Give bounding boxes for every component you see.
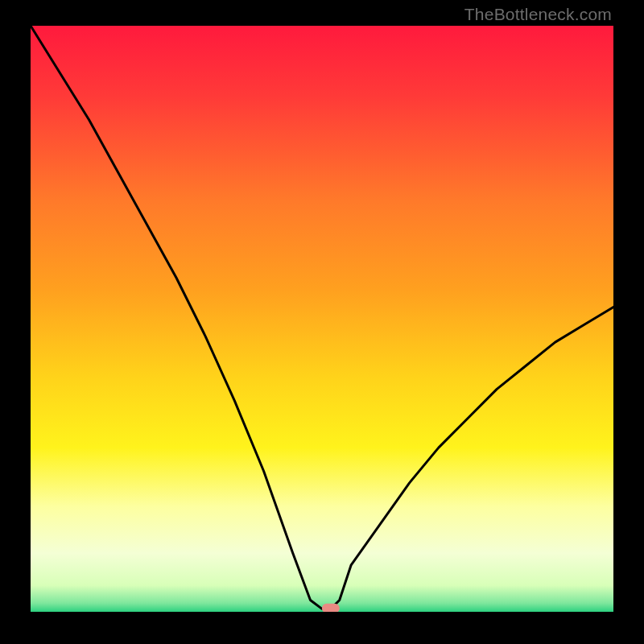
- chart-background: [31, 26, 613, 612]
- watermark-text: TheBottleneck.com: [464, 5, 612, 24]
- plot-area: [31, 26, 613, 612]
- bottleneck-marker: [322, 604, 340, 612]
- chart-container: TheBottleneck.com: [0, 0, 644, 644]
- chart-svg: [31, 26, 613, 612]
